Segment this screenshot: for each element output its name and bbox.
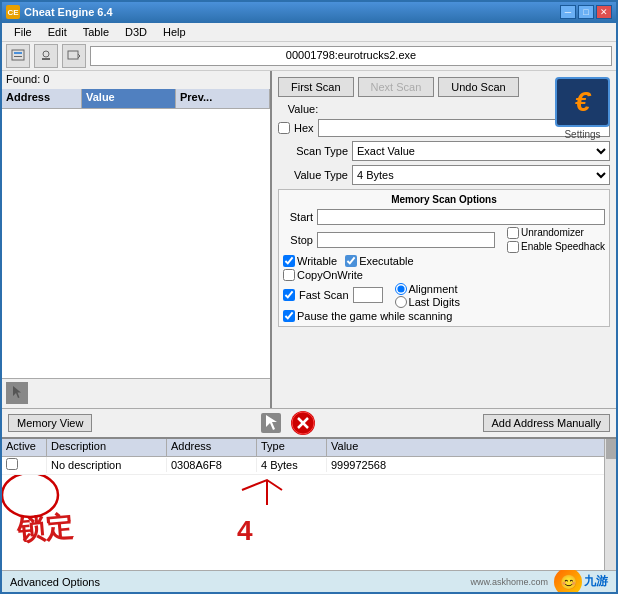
row-active-checkbox[interactable]: [6, 458, 18, 470]
address-table-section: Active Description Address Type Value No…: [2, 439, 616, 570]
bottom-left-bar: [2, 378, 270, 408]
results-header: Address Value Prev...: [2, 89, 270, 109]
stop-button[interactable]: [291, 411, 315, 435]
alignment-group: Alignment Last Digits: [395, 283, 460, 308]
menu-file[interactable]: File: [6, 24, 40, 40]
maximize-button[interactable]: □: [578, 5, 594, 19]
header-description: Description: [47, 439, 167, 456]
speedhack-checkbox[interactable]: [507, 241, 519, 253]
toolbar: 00001798:eurotrucks2.exe: [2, 42, 616, 71]
unrandomizer-row: Unrandomizer: [507, 227, 605, 239]
executable-item: Executable: [345, 255, 413, 267]
start-input[interactable]: 0000000000000000: [317, 209, 605, 225]
close-button[interactable]: ✕: [596, 5, 612, 19]
unrandomizer-group: Unrandomizer Enable Speedhack: [507, 227, 605, 253]
scan-pointer-icon[interactable]: [259, 411, 283, 435]
start-label: Start: [283, 211, 313, 223]
process-display: 00001798:eurotrucks2.exe: [90, 46, 612, 66]
stop-row: Stop 7fffffffffffffff Unrandomizer Enabl…: [283, 227, 605, 253]
bottom-toolbar: Memory View Add Address Manually: [2, 409, 616, 439]
unrandomizer-checkbox[interactable]: [507, 227, 519, 239]
copy-on-write-label: CopyOnWrite: [297, 269, 363, 281]
writable-checkbox[interactable]: [283, 255, 295, 267]
svg-rect-4: [42, 58, 50, 60]
memory-scan-title: Memory Scan Options: [283, 194, 605, 205]
copy-on-write-checkbox[interactable]: [283, 269, 295, 281]
header-value-col: Value: [327, 439, 616, 456]
speedhack-row: Enable Speedhack: [507, 241, 605, 253]
hex-checkbox[interactable]: [278, 122, 290, 134]
start-row: Start 0000000000000000: [283, 209, 605, 225]
fast-scan-row: Fast Scan 4 Alignment Last Digits: [283, 283, 605, 308]
add-address-manually-button[interactable]: Add Address Manually: [483, 414, 610, 432]
last-digits-radio[interactable]: [395, 296, 407, 308]
scan-options-panel: € Settings First Scan Next Scan Undo Sca…: [272, 71, 616, 408]
status-bar: Advanced Options www.askhome.com 😊 九游: [2, 570, 616, 592]
next-scan-button[interactable]: Next Scan: [358, 77, 435, 97]
table-row[interactable]: No description 0308A6F8 4 Bytes 99997256…: [2, 457, 616, 475]
window-title: Cheat Engine 6.4: [24, 6, 113, 18]
scrollbar-thumb: [606, 439, 616, 459]
fast-scan-checkbox[interactable]: [283, 289, 295, 301]
svg-rect-0: [12, 50, 24, 60]
value-type-select[interactable]: 4 Bytes2 Bytes1 Byte8 BytesFloatDoubleTe…: [352, 165, 610, 185]
menu-table[interactable]: Table: [75, 24, 117, 40]
row-active-cell: [2, 457, 47, 473]
speedhack-label: Enable Speedhack: [521, 241, 605, 252]
toolbar-btn-1[interactable]: [6, 44, 30, 68]
alignment-radio[interactable]: [395, 283, 407, 295]
value-section-label: Value:: [278, 103, 328, 115]
main-area: Found: 0 Address Value Prev... € Set: [2, 71, 616, 409]
fast-scan-label: Fast Scan: [299, 289, 349, 301]
minimize-button[interactable]: ─: [560, 5, 576, 19]
jiuyou-icon: 😊: [554, 568, 582, 595]
menu-d3d[interactable]: D3D: [117, 24, 155, 40]
app-icon: CE: [6, 5, 20, 19]
scan-results-list[interactable]: [2, 109, 270, 378]
lock-annotation: 锁定: [15, 507, 74, 550]
address-table-header: Active Description Address Type Value: [2, 439, 616, 457]
last-digits-radio-item: Last Digits: [395, 296, 460, 308]
found-count: Found: 0: [2, 71, 270, 89]
menu-help[interactable]: Help: [155, 24, 194, 40]
pause-checkbox[interactable]: [283, 310, 295, 322]
menu-bar: File Edit Table D3D Help: [2, 23, 616, 42]
header-address-col: Address: [167, 439, 257, 456]
header-type: Type: [257, 439, 327, 456]
pause-row: Pause the game while scanning: [283, 310, 605, 322]
pointer-icon[interactable]: [6, 382, 28, 404]
advanced-options-label: Advanced Options: [10, 576, 100, 588]
branding-area: www.askhome.com 😊 九游: [470, 568, 608, 595]
svg-rect-1: [14, 52, 22, 54]
last-digits-label: Last Digits: [409, 296, 460, 308]
header-address: Address: [2, 89, 82, 108]
undo-scan-button[interactable]: Undo Scan: [438, 77, 518, 97]
scan-type-select[interactable]: Exact ValueBigger than...Smaller than...…: [352, 141, 610, 161]
pause-label: Pause the game while scanning: [297, 310, 452, 322]
svg-rect-5: [68, 51, 78, 59]
svg-point-10: [2, 475, 58, 517]
fast-scan-input[interactable]: 4: [353, 287, 383, 303]
scan-type-row: Scan Type Exact ValueBigger than...Small…: [278, 141, 610, 161]
scan-results-panel: Found: 0 Address Value Prev...: [2, 71, 272, 408]
menu-edit[interactable]: Edit: [40, 24, 75, 40]
memory-view-button[interactable]: Memory View: [8, 414, 92, 432]
writable-item: Writable: [283, 255, 337, 267]
stop-input[interactable]: 7fffffffffffffff: [317, 232, 495, 248]
toolbar-btn-3[interactable]: [62, 44, 86, 68]
settings-label: Settings: [555, 129, 610, 140]
first-scan-button[interactable]: First Scan: [278, 77, 354, 97]
alignment-radio-item: Alignment: [395, 283, 460, 295]
svg-rect-2: [14, 56, 22, 57]
title-bar: CE Cheat Engine 6.4 ─ □ ✕: [2, 2, 616, 23]
table-scrollbar[interactable]: [604, 439, 616, 570]
header-value: Value: [82, 89, 176, 108]
watermark: www.askhome.com: [470, 577, 548, 587]
value-type-row: Value Type 4 Bytes2 Bytes1 Byte8 BytesFl…: [278, 165, 610, 185]
toolbar-btn-2[interactable]: [34, 44, 58, 68]
executable-checkbox[interactable]: [345, 255, 357, 267]
value-type-label: Value Type: [278, 169, 348, 181]
value-annotation: 4: [237, 515, 253, 547]
row-address-cell: 0308A6F8: [167, 458, 257, 472]
row-value-cell: 999972568: [327, 458, 616, 472]
